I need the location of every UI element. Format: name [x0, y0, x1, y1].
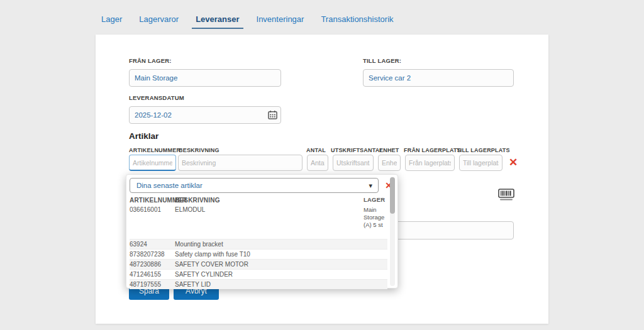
- cell-description: Safety clamp with fuse T10: [175, 251, 364, 258]
- col-header-fran-lagerplats: FRÅN LAGERPLATS: [404, 147, 461, 153]
- from-warehouse-input[interactable]: [129, 69, 281, 87]
- tab-lager[interactable]: Lager: [97, 13, 126, 28]
- cell-description: SAFETY CYLINDER: [175, 271, 364, 278]
- cell-number: 487230886: [130, 261, 175, 268]
- col-header-utskriftsantal: UTSKRIFTSANTAL: [331, 147, 383, 153]
- artikelnummer-input[interactable]: [129, 155, 176, 171]
- from-warehouse-label: FRÅN LAGER:: [129, 57, 172, 64]
- fran-lagerplats-input[interactable]: [405, 155, 455, 171]
- enhet-input[interactable]: [378, 155, 401, 171]
- table-row[interactable]: 471246155 SAFETY CYLINDER: [130, 269, 387, 279]
- cell-description: SAFETY LID: [175, 281, 364, 288]
- articles-heading: Artiklar: [129, 131, 158, 141]
- antal-input[interactable]: [307, 155, 328, 171]
- recent-articles-select[interactable]: Dina senaste artiklar ▾: [130, 178, 379, 193]
- tab-leveranser[interactable]: Leveranser: [192, 13, 243, 29]
- recent-articles-table: ARTIKELNUMMER BESKRIVNING LAGER 03661600…: [130, 195, 387, 289]
- table-row[interactable]: 487197555 SAFETY LID: [130, 279, 387, 289]
- table-row[interactable]: 8738207238 Safety clamp with fuse T10: [130, 249, 387, 259]
- beskrivning-input[interactable]: [178, 155, 303, 171]
- col-header-till-lagerplats: TILL LAGERPLATS: [457, 147, 510, 153]
- tab-lagervaror[interactable]: Lagervaror: [135, 13, 182, 28]
- delivery-date-label: LEVERANSDATUM: [129, 94, 184, 101]
- recent-articles-dropdown: Dina senaste artiklar ▾ ✕ ARTIKELNUMMER …: [126, 174, 398, 289]
- table-header-row: ARTIKELNUMMER BESKRIVNING LAGER: [130, 195, 387, 205]
- header-lager: LAGER: [364, 196, 387, 204]
- utskriftsantal-input[interactable]: [333, 155, 374, 171]
- cell-number: 471246155: [130, 271, 175, 278]
- tab-transaktionshistorik[interactable]: Transaktionshistorik: [317, 13, 397, 28]
- scrollbar-thumb[interactable]: [390, 177, 395, 214]
- cell-number: 036616001: [130, 206, 175, 239]
- to-warehouse-label: TILL LAGER:: [363, 57, 401, 64]
- col-header-enhet: ENHET: [379, 147, 399, 153]
- table-row[interactable]: 036616001 ELMODUL Main Storage (A) 5 st: [130, 205, 387, 239]
- cell-warehouse: Main Storage (A) 5 st: [364, 206, 387, 239]
- cell-description: Mounting bracket: [175, 241, 364, 248]
- cell-number: 63924: [130, 241, 175, 248]
- delivery-date-input[interactable]: [129, 106, 281, 124]
- table-row[interactable]: 63924 Mounting bracket: [130, 239, 387, 249]
- header-beskrivning: BESKRIVNING: [175, 197, 364, 204]
- till-lagerplats-input[interactable]: [459, 155, 502, 171]
- recent-articles-select-value: Dina senaste artiklar: [136, 182, 203, 189]
- cell-number: 8738207238: [130, 251, 175, 258]
- to-warehouse-input[interactable]: [363, 69, 514, 87]
- tab-inventeringar[interactable]: Inventeringar: [253, 13, 308, 28]
- chevron-down-icon: ▾: [369, 179, 372, 192]
- tab-bar: Lager Lagervaror Leveranser Inventeringa…: [97, 13, 397, 29]
- cell-description: SAFETY COVER MOTOR: [175, 261, 364, 268]
- table-row[interactable]: 487230886 SAFETY COVER MOTOR: [130, 259, 387, 269]
- cell-description: ELMODUL: [175, 206, 364, 239]
- barcode-icon[interactable]: [498, 189, 514, 201]
- header-artikelnummer: ARTIKELNUMMER: [130, 197, 175, 204]
- calendar-icon[interactable]: [268, 110, 277, 119]
- page: Lager Lagervaror Leveranser Inventeringa…: [0, 0, 644, 330]
- col-header-artikelnummer: ARTIKELNUMMER: [129, 147, 180, 153]
- col-header-beskrivning: BESKRIVNING: [179, 147, 219, 153]
- cell-number: 487197555: [130, 281, 175, 288]
- delete-row-icon[interactable]: ✕: [506, 155, 520, 170]
- scrollbar-track[interactable]: [390, 177, 395, 286]
- col-header-antal: ANTAL: [306, 147, 326, 153]
